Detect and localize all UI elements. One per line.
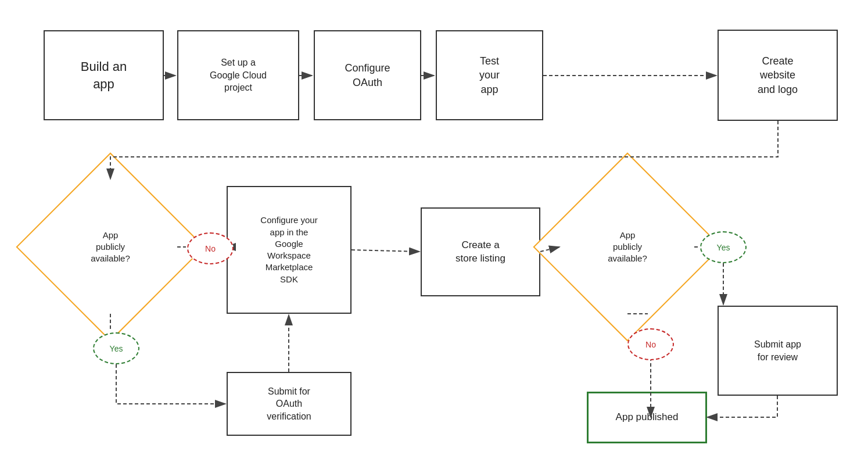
- oval-no-right: No: [627, 328, 674, 360]
- oval-no-left-label: No: [205, 244, 216, 253]
- oval-yes-right-label: Yes: [717, 243, 730, 252]
- box-test-app: Test your app: [436, 30, 543, 120]
- box-google-cloud: Set up a Google Cloud project: [177, 30, 299, 120]
- oval-yes-left: Yes: [93, 332, 139, 364]
- oval-no-left: No: [187, 232, 234, 264]
- diamond-right-text: App publicly available?: [561, 180, 694, 314]
- box-app-published: App published: [587, 392, 707, 443]
- flowchart-diagram: Build an app Set up a Google Cloud proje…: [0, 0, 868, 473]
- box-submit-review: Submit app for review: [718, 306, 838, 396]
- oval-no-right-label: No: [645, 340, 656, 349]
- box-submit-oauth-label: Submit for OAuth verification: [267, 385, 311, 423]
- box-test-app-label: Test your app: [479, 54, 500, 96]
- diamond-app-avail-left: App publicly available?: [44, 180, 177, 314]
- box-build-app: Build an app: [44, 30, 164, 120]
- box-google-cloud-label: Set up a Google Cloud project: [210, 56, 267, 94]
- diamond-app-avail-right: App publicly available?: [561, 180, 694, 314]
- box-configure-workspace-label: Configure your app in the Google Workspa…: [260, 214, 317, 285]
- oval-yes-left-label: Yes: [110, 344, 123, 353]
- box-app-published-label: App published: [616, 411, 679, 424]
- box-submit-review-label: Submit app for review: [754, 338, 801, 363]
- box-configure-oauth: Configure OAuth: [314, 30, 421, 120]
- box-configure-oauth-label: Configure OAuth: [345, 61, 390, 89]
- box-build-app-label: Build an app: [81, 58, 127, 92]
- svg-line-8: [351, 250, 419, 252]
- oval-yes-right: Yes: [700, 231, 747, 263]
- box-create-website: Create website and logo: [718, 30, 838, 121]
- box-create-store: Create a store listing: [421, 207, 540, 296]
- box-create-store-label: Create a store listing: [455, 239, 505, 266]
- box-create-website-label: Create website and logo: [758, 54, 798, 96]
- diamond-left-text: App publicly available?: [44, 180, 177, 314]
- box-configure-workspace: Configure your app in the Google Workspa…: [227, 186, 351, 314]
- box-submit-oauth: Submit for OAuth verification: [227, 372, 351, 436]
